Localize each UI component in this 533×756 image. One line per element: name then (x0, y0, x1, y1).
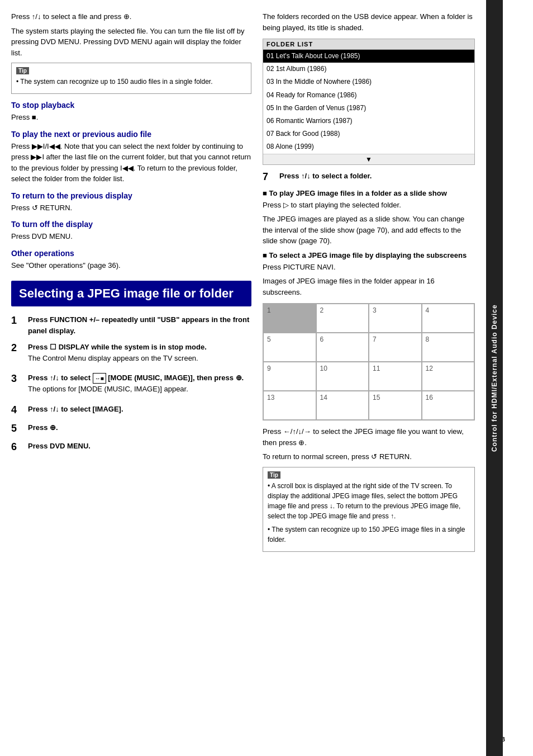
step-sub-3: The options for [MODE (MUSIC, IMAGE)] ap… (28, 384, 251, 395)
folder-list-item-01: 01 Let's Talk About Love (1985) (263, 50, 474, 63)
subscreen-cell-12: 12 (422, 362, 475, 391)
subscreen-cell-7: 7 (369, 333, 422, 362)
step-2: 2 Press ☐ DISPLAY while the system is in… (11, 342, 251, 367)
step-content-7: Press ↑/↓ to select a folder. (279, 171, 475, 182)
heading-stop-playback: To stop playback (11, 101, 251, 110)
step-1: 1 Press FUNCTION +/– repeatedly until "U… (11, 314, 251, 336)
step-num-5: 5 (11, 422, 22, 435)
folder-list-box: FOLDER LIST 01 Let's Talk About Love (19… (263, 39, 475, 165)
subscreen-cell-5: 5 (263, 333, 316, 362)
subscreen-cell-14: 14 (316, 391, 369, 420)
tip-box-2: Tip • A scroll box is displayed at the r… (263, 467, 475, 552)
step-text-2: Press ☐ DISPLAY while the system is in s… (28, 343, 207, 351)
intro-para-1: Press ↑/↓ to select a file and press ⊕. (11, 11, 251, 22)
folder-list-item-05: 05 In the Garden of Venus (1987) (263, 102, 474, 115)
tip-label-1: Tip (16, 67, 29, 74)
step-3: 3 Press ↑/↓ to select ↔■ [MODE (MUSIC, I… (11, 372, 251, 398)
step-text-4: Press ↑/↓ to select [IMAGE]. (28, 405, 123, 413)
step-content-2: Press ☐ DISPLAY while the system is in s… (28, 342, 251, 367)
subscreen-cell-2: 2 (316, 304, 369, 333)
step-7: 7 Press ↑/↓ to select a folder. (263, 171, 475, 183)
step-text-6: Press DVD MENU. (28, 442, 91, 450)
step-4: 4 Press ↑/↓ to select [IMAGE]. (11, 404, 251, 417)
folder-list-header: FOLDER LIST (263, 39, 474, 50)
folder-list-item-04: 04 Ready for Romance (1986) (263, 89, 474, 102)
step-num-4: 4 (11, 404, 22, 417)
after-grid-text-1: Press ←/↑/↓/→ to select the JPEG image f… (263, 426, 475, 448)
folder-list-item-03: 03 In the Middle of Nowhere (1986) (263, 75, 474, 88)
folder-list-item-06: 06 Romantic Warriors (1987) (263, 115, 474, 127)
heading-other-ops: Other operations (11, 249, 251, 258)
two-column-layout: Press ↑/↓ to select a file and press ⊕. … (11, 11, 475, 556)
intro-para-2: The system starts playing the selected f… (11, 26, 251, 59)
step-sub-2: The Control Menu display appears on the … (28, 353, 251, 364)
step-content-6: Press DVD MENU. (28, 441, 251, 452)
folder-list-more: ▼ (263, 154, 474, 164)
heading-play-next-prev: To play the next or previous audio file (11, 130, 251, 139)
subscreen-cell-13: 13 (263, 391, 316, 420)
step-5: 5 Press ⊕. (11, 422, 251, 435)
tip2-item-2: • The system can recognize up to 150 JPE… (268, 525, 470, 545)
step-content-4: Press ↑/↓ to select [IMAGE]. (28, 404, 251, 415)
sub-body1-2: The JPEG images are played as a slide sh… (263, 214, 475, 247)
after-grid-text-2: To return to normal screen, press ↺ RETU… (263, 451, 475, 462)
subscreen-cell-10: 10 (316, 362, 369, 391)
folder-list-item-08: 08 Alone (1999) (263, 140, 474, 153)
step-content-1: Press FUNCTION +/– repeatedly until "USB… (28, 314, 251, 336)
tip-box-1: Tip • The system can recognize up to 150… (11, 63, 251, 94)
body-stop-playback: Press ■. (11, 112, 251, 123)
step-text-7: Press ↑/↓ to select a folder. (279, 172, 372, 180)
tip-label-2: Tip (268, 471, 280, 479)
right-intro: The folders recorded on the USB device a… (263, 11, 475, 33)
tip-text-1: • The system can recognize up to 150 aud… (16, 77, 246, 87)
mode-icon: ↔■ (93, 373, 106, 384)
main-content: Press ↑/↓ to select a file and press ⊕. … (0, 0, 486, 756)
step-text-3: Press ↑/↓ to select ↔■ [MODE (MUSIC, IMA… (28, 374, 244, 382)
subscreen-cell-3: 3 (369, 304, 422, 333)
subscreen-grid: 1 2 3 4 5 6 7 8 9 10 11 12 13 14 15 16 (263, 303, 475, 420)
right-column: The folders recorded on the USB device a… (263, 11, 475, 556)
sub-heading-2: To select a JPEG image file by displayin… (263, 251, 475, 259)
subscreen-cell-8: 8 (422, 333, 475, 362)
body-return-prev: Press ↺ RETURN. (11, 202, 251, 214)
body-other-ops: See "Other operations" (page 36). (11, 260, 251, 271)
page-container: Press ↑/↓ to select a file and press ⊕. … (0, 0, 533, 756)
body-turn-off: Press DVD MENU. (11, 231, 251, 242)
sub-heading-1: To play JPEG image files in a folder as … (263, 189, 475, 197)
sub-body2-2: Images of JPEG image files in the folder… (263, 276, 475, 297)
sub-body2-1: Press PICTURE NAVI. (263, 262, 475, 273)
subscreen-cell-1: 1 (263, 304, 316, 333)
step-num-1: 1 (11, 314, 22, 327)
folder-list-item-02: 02 1st Album (1986) (263, 63, 474, 75)
big-section-heading: Selecting a JPEG image file or folder (11, 281, 251, 306)
step-num-6: 6 (11, 441, 22, 453)
sub-body1-1: Press ▷ to start playing the selected fo… (263, 200, 475, 211)
body-play-next-prev: Press ▶▶I/I◀◀. Note that you can select … (11, 141, 251, 185)
subscreen-cell-4: 4 (422, 304, 475, 333)
step-6: 6 Press DVD MENU. (11, 441, 251, 453)
step-num-3: 3 (11, 372, 22, 385)
subscreen-cell-16: 16 (422, 391, 475, 420)
step-text-5: Press ⊕. (28, 423, 58, 432)
step-content-3: Press ↑/↓ to select ↔■ [MODE (MUSIC, IMA… (28, 372, 251, 398)
tip2-item-1: • A scroll box is displayed at the right… (268, 481, 470, 521)
step-num-7: 7 (263, 171, 274, 183)
subscreen-cell-15: 15 (369, 391, 422, 420)
side-tab: Control for HDMI/External Audio Device (486, 0, 503, 756)
subscreen-cell-9: 9 (263, 362, 316, 391)
subscreen-cell-11: 11 (369, 362, 422, 391)
heading-turn-off: To turn off the display (11, 220, 251, 229)
folder-list-item-07: 07 Back for Good (1988) (263, 127, 474, 140)
step-num-2: 2 (11, 342, 22, 355)
left-column: Press ↑/↓ to select a file and press ⊕. … (11, 11, 251, 556)
subscreen-cell-6: 6 (316, 333, 369, 362)
step-text-1: Press FUNCTION +/– repeatedly until "USB… (28, 315, 249, 335)
step-content-5: Press ⊕. (28, 422, 251, 433)
heading-return-prev: To return to the previous display (11, 191, 251, 200)
